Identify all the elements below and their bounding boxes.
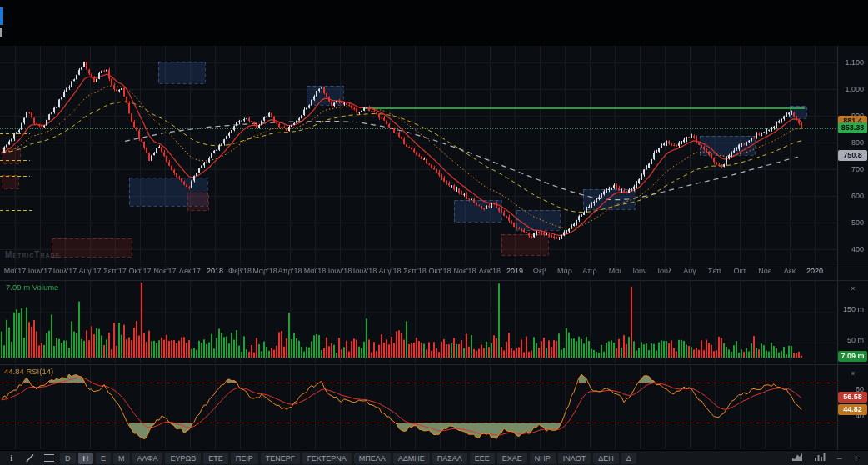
watchlist-button[interactable] bbox=[41, 452, 57, 464]
ticker-tab[interactable]: ΜΠΕΛΑ bbox=[354, 452, 391, 464]
ticker-tab[interactable]: ΕΕΕ bbox=[470, 452, 495, 464]
time-label: Σεπ'18 bbox=[403, 267, 427, 275]
price-badge-rsi: 44.82 bbox=[838, 404, 867, 415]
time-label: Φεβ'18 bbox=[228, 267, 252, 275]
ticker-tab[interactable]: ΓΕΚΤΕΡΝΑ bbox=[302, 452, 352, 464]
time-label: Δεκ'18 bbox=[479, 267, 501, 275]
time-label: Μαρ bbox=[557, 267, 572, 275]
price-tick: 800 bbox=[851, 138, 864, 148]
price-badge-volume: 7.09 m bbox=[838, 351, 867, 362]
time-label: Σεπ bbox=[708, 267, 721, 275]
ticker-tab[interactable]: ΕΥΡΩΒ bbox=[165, 452, 201, 464]
bottom-toolbar: i DHEM ΑΛΦΑΕΥΡΩΒΕΤΕΠΕΙΡΤΕΝΕΡΓΓΕΚΤΕΡΝΑΜΠΕ… bbox=[0, 450, 868, 465]
time-axis[interactable]: Μαϊ'17Ιουν'17Ιουλ'17Αυγ'17Σεπ'17Οκτ'17Νο… bbox=[0, 263, 837, 279]
time-label: 2018 bbox=[207, 267, 223, 275]
pencil-icon bbox=[25, 452, 35, 464]
price-tick: 600 bbox=[851, 191, 864, 201]
price-axis[interactable]: 1.1001.000900800700600500400150 m50 m604… bbox=[837, 0, 868, 450]
time-label: Μαϊ'18 bbox=[304, 267, 326, 275]
time-label: Νοε'17 bbox=[153, 267, 176, 275]
time-label: Αυγ'18 bbox=[378, 267, 401, 275]
time-label: Ιουλ'18 bbox=[353, 267, 377, 275]
ticker-tab[interactable]: ΕΤΕ bbox=[203, 452, 228, 464]
rsi-legend: 44.84 RSI(14) bbox=[4, 367, 53, 376]
left-edge-blue-marker bbox=[0, 8, 3, 25]
histogram-icon bbox=[814, 452, 826, 464]
ticker-tab[interactable]: ΔΕΗ bbox=[593, 452, 619, 464]
time-label: Απρ bbox=[582, 267, 596, 275]
time-label: Ιουλ'17 bbox=[53, 267, 77, 275]
ticker-tab[interactable]: ΠΑΣΑΛ bbox=[432, 452, 467, 464]
time-label: Απρ'18 bbox=[277, 267, 302, 275]
price-badge-last-price: 853.38 bbox=[838, 122, 867, 133]
time-label: Ιουν bbox=[633, 267, 647, 275]
ticker-tab[interactable]: ΕΧΑΕ bbox=[497, 452, 527, 464]
volume-legend: 7.09 m Volume bbox=[6, 282, 58, 292]
list-icon bbox=[44, 454, 54, 462]
time-label: Φεβ bbox=[533, 267, 546, 275]
time-label: Μαϊ'17 bbox=[4, 267, 26, 275]
toolbar-right: − + bbox=[790, 452, 864, 464]
draw-button[interactable] bbox=[22, 452, 38, 464]
price-badge-rsi-signal: 56.58 bbox=[838, 392, 867, 402]
trading-app: MetricTrade 1.1001.000900800700600500400… bbox=[0, 0, 868, 465]
time-label: Νοε bbox=[758, 267, 771, 275]
ticker-tab[interactable]: Δ bbox=[621, 452, 636, 464]
price-badge-ma-long: 750.8 bbox=[838, 150, 867, 161]
time-label: Σεπ'17 bbox=[103, 267, 127, 275]
ticker-tab[interactable]: ΙΝΛΟΤ bbox=[558, 452, 591, 464]
zoom-out-button[interactable]: − bbox=[835, 452, 844, 464]
ticker-tab[interactable]: ΑΛΦΑ bbox=[132, 452, 163, 464]
price-tick: 1.000 bbox=[845, 84, 864, 94]
area-chart-icon bbox=[791, 452, 803, 464]
price-tick: 1.100 bbox=[845, 58, 864, 68]
timeframe-tab-M[interactable]: M bbox=[113, 452, 130, 464]
price-tick: 400 bbox=[851, 244, 864, 254]
ticker-tabs: ΑΛΦΑΕΥΡΩΒΕΤΕΠΕΙΡΤΕΝΕΡΓΓΕΚΤΕΡΝΑΜΠΕΛΑΑΔΜΗΕ… bbox=[132, 452, 636, 464]
time-label: Ιουλ bbox=[658, 267, 672, 275]
chart-canvas[interactable] bbox=[0, 0, 868, 465]
zoom-in-button[interactable]: + bbox=[851, 452, 861, 464]
timeframe-tab-E[interactable]: E bbox=[96, 452, 111, 464]
time-label: Οκτ'18 bbox=[429, 267, 451, 275]
rsi-pane-close-button[interactable]: × bbox=[847, 368, 859, 378]
time-label: Νοε'18 bbox=[453, 267, 476, 275]
pane-separator[interactable] bbox=[0, 280, 868, 281]
price-tick: 500 bbox=[851, 218, 864, 228]
time-label: Αυγ bbox=[683, 267, 696, 275]
time-label: Αυγ'17 bbox=[78, 267, 101, 275]
time-label: Ιουν'18 bbox=[328, 267, 352, 275]
volume-pane-close-button[interactable]: × bbox=[847, 283, 859, 293]
time-label: Ιουν'17 bbox=[28, 267, 52, 275]
ticker-tab[interactable]: ΤΕΝΕΡΓ bbox=[261, 452, 300, 464]
price-tick: 700 bbox=[851, 164, 864, 174]
info-button[interactable]: i bbox=[4, 452, 19, 464]
time-label: Δεκ'17 bbox=[179, 267, 201, 275]
time-label: Οκτ bbox=[733, 267, 746, 275]
time-label: 2020 bbox=[806, 267, 823, 275]
ticker-tab[interactable]: ΝΗΡ bbox=[530, 452, 556, 464]
volume-tick: 150 m bbox=[843, 304, 864, 314]
timeframe-tab-D[interactable]: D bbox=[60, 452, 76, 464]
time-label: Οκτ'17 bbox=[129, 267, 152, 275]
chart-type-button[interactable] bbox=[790, 452, 805, 464]
ticker-tab[interactable]: ΠΕΙΡ bbox=[231, 452, 258, 464]
indicator-button[interactable] bbox=[812, 452, 827, 464]
pane-separator[interactable] bbox=[0, 364, 868, 365]
time-label: Μαρ'18 bbox=[252, 267, 277, 275]
timeframe-tabs: DHEM bbox=[60, 452, 130, 464]
time-label: 2019 bbox=[506, 267, 523, 275]
time-label: Μαι bbox=[609, 267, 621, 275]
volume-tick: 50 m bbox=[847, 335, 864, 345]
ticker-tab[interactable]: ΑΔΜΗΕ bbox=[393, 452, 430, 464]
time-label: Δεκ bbox=[784, 267, 796, 275]
timeframe-tab-H[interactable]: H bbox=[78, 452, 94, 464]
left-edge-gray-marker bbox=[0, 28, 2, 37]
